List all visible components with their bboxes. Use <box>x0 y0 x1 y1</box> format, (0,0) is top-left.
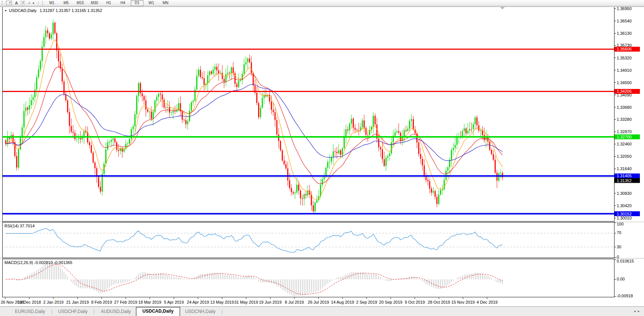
date-tick-label: 5 Apr 2019 <box>164 300 184 304</box>
date-tick-label: 20 Sep 2019 <box>379 300 402 304</box>
date-tick-label: 8 Jul 2019 <box>285 300 304 304</box>
date-tick-label: 14 Aug 2019 <box>331 300 354 304</box>
price-tick-label: 1.34500 <box>617 80 632 85</box>
chart-symbol-label: USDCAD,Daily <box>9 8 37 13</box>
tab-audusd[interactable]: AUDUSD,Daily <box>96 308 136 316</box>
tab-divider: | <box>221 308 223 316</box>
tab-divider: | <box>93 308 96 316</box>
fibonacci-tool-button[interactable]: F <box>4 0 13 6</box>
rsi-tick-label: 30 <box>617 245 621 249</box>
text-icon: A <box>15 1 18 5</box>
macd-tick-label: -0.00918 <box>617 294 633 298</box>
price-tick-label: 1.30010 <box>617 216 632 220</box>
timeframe-button-m1[interactable]: M1 <box>46 0 58 6</box>
price-tick-label: 1.33280 <box>617 117 632 122</box>
timeframe-toolbar-grip[interactable] <box>42 1 43 5</box>
text-label-tool-button[interactable]: T <box>19 0 27 6</box>
fibonacci-icon: F <box>6 1 12 5</box>
price-line-label: 1.34206 <box>617 89 632 93</box>
text-tool-button[interactable]: A <box>13 0 19 6</box>
arrows-icon: ✓ <box>28 1 32 5</box>
collapse-triangle-icon[interactable]: ▼ <box>4 9 7 12</box>
tab-scroll-right-icon: ▸ <box>638 309 642 313</box>
price-tick-label: 1.31640 <box>617 166 632 171</box>
price-line-label: 1.30152 <box>617 212 632 216</box>
timeframe-toolbar: M1M5M15M30H1H4D1W1MN <box>45 0 173 6</box>
tab-scroll-buttons[interactable]: ◂▸ <box>634 309 642 313</box>
date-tick-label: 4 Dec 2019 <box>477 300 498 304</box>
date-tick-label: 2 Jan 2019 <box>43 300 64 304</box>
timeframe-button-h4[interactable]: H4 <box>117 0 129 6</box>
price-tick-label: 1.33680 <box>617 105 632 110</box>
price-tick-label: 1.36130 <box>617 31 632 36</box>
rsi-indicator-label: RSI(14) 37.7014 <box>4 224 35 228</box>
price-tick-label: 1.30830 <box>617 191 632 196</box>
price-tick-label: 1.32870 <box>617 129 632 134</box>
dropdown-caret-icon: ▼ <box>32 2 35 4</box>
timeframe-button-m15[interactable]: M15 <box>74 0 87 6</box>
date-tick-label: 28 Oct 2019 <box>428 300 450 304</box>
rsi-tick-label: 100 <box>617 222 623 226</box>
toolbar: F A T ✓ ▼ M1M5M15M30H1H4D1W1MN <box>0 0 644 6</box>
macd-tick-label: 0.00 <box>617 277 625 281</box>
price-line-label: 1.31352 <box>617 178 632 183</box>
date-tick-label: 27 Feb 2019 <box>114 300 137 304</box>
toolbar-grip[interactable] <box>2 1 3 5</box>
tab-usdcnh[interactable]: USDCNH,Daily <box>180 308 221 316</box>
macd-tick-label: 0.010615 <box>617 259 634 263</box>
timeframe-button-h1[interactable]: H1 <box>102 0 115 6</box>
tab-eurusd[interactable]: EURUSD,Daily <box>10 308 50 316</box>
timeframe-button-m30[interactable]: M30 <box>88 0 101 6</box>
chart-ohlc-values: 1.31287 1.31357 1.31165 1.31352 <box>40 8 102 13</box>
date-tick-label: 15 Nov 2019 <box>451 300 474 304</box>
price-tick-label: 1.34910 <box>617 68 632 73</box>
date-tick-label: 13 May 2019 <box>210 300 234 304</box>
tab-usdcad[interactable]: USDCAD,Daily <box>136 307 180 316</box>
date-tick-label: 19 Jun 2019 <box>259 300 282 304</box>
date-tick-label: 24 Apr 2019 <box>187 300 209 304</box>
date-tick-label: 2 Sep 2019 <box>356 300 377 304</box>
price-line-label: 1.31405 <box>617 174 632 178</box>
tab-usdchf[interactable]: USDCHF,Daily <box>53 308 93 316</box>
rsi-tick-label: 70 <box>617 230 621 235</box>
timeframe-button-d1[interactable]: D1 <box>131 0 143 6</box>
symbol-tab-bar: EURUSD,Daily|USDCHF,Daily|AUDUSD,DailyUS… <box>0 306 644 316</box>
macd-indicator-label: MACD(12,26,9) -0.002810 -0.001365 <box>4 260 72 265</box>
price-tick-label: 1.30420 <box>617 203 632 208</box>
price-tick-label: 1.32050 <box>617 154 632 159</box>
price-line-label: 1.35606 <box>617 47 632 51</box>
toolbar-separator <box>38 1 38 6</box>
text-label-icon: T <box>21 1 25 5</box>
date-tick-label: 31 May 2019 <box>234 300 258 304</box>
timeframe-button-w1[interactable]: W1 <box>145 0 158 6</box>
timeframe-button-mn[interactable]: MN <box>159 0 172 6</box>
date-tick-label: 8 Feb 2019 <box>91 300 112 304</box>
chart-title: ▼USDCAD,Daily1.31287 1.31357 1.31165 1.3… <box>4 8 102 13</box>
date-tick-label: 14 Dec 2018 <box>18 300 41 304</box>
chart-canvas: 1.369501.365401.361301.357301.353201.349… <box>0 0 644 316</box>
arrows-tool-button[interactable]: ✓ ▼ <box>27 0 36 6</box>
price-tick-label: 1.32460 <box>617 142 632 146</box>
price-tick-label: 1.36540 <box>617 19 632 23</box>
date-tick-label: 21 Jan 2019 <box>66 300 89 304</box>
date-tick-label: 9 Oct 2019 <box>405 300 425 304</box>
tab-scroll-left-icon: ◂ <box>634 309 638 313</box>
date-tick-label: 18 Mar 2019 <box>138 300 161 304</box>
price-tick-label: 1.35320 <box>617 56 632 60</box>
timeframe-button-m5[interactable]: M5 <box>60 0 72 6</box>
price-line-label: 1.32700 <box>617 135 632 139</box>
date-tick-label: 26 Jul 2019 <box>308 300 329 304</box>
tab-divider: | <box>50 308 53 316</box>
